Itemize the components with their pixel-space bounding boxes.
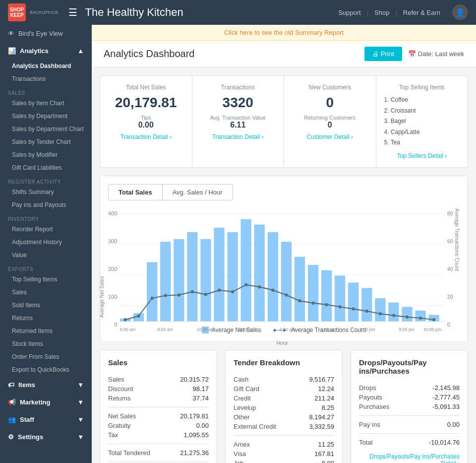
sidebar-item-reorder[interactable]: Reorder Report (0, 223, 92, 236)
customer-detail-link[interactable]: Customer Detail › (292, 133, 368, 140)
svg-rect-15 (254, 224, 265, 321)
sidebar-settings-header[interactable]: ⚙ Settings ▼ (0, 428, 92, 446)
drops-row-purchases: Purchases -5,091.33 (359, 402, 460, 411)
svg-point-36 (218, 288, 221, 292)
svg-point-29 (124, 318, 127, 322)
tender-row-external: External Credit 3,332.59 (234, 422, 334, 431)
svg-point-37 (232, 290, 235, 294)
svg-rect-17 (281, 242, 292, 321)
sales-card: Sales Sales 20,315.72 Discount 98.17 Ret… (100, 350, 217, 463)
drops-card: Drops/Payouts/Pay ins/Purchases Drops -2… (351, 350, 468, 463)
logo-text: BACKOFFICE (30, 10, 59, 15)
sidebar-analytics-header[interactable]: 📊 Analytics ▲ (0, 42, 92, 60)
svg-rect-7 (147, 262, 157, 321)
chart-area: 400 300 200 100 0 (108, 208, 460, 337)
top-sellers-label: Top Selling Items (384, 84, 460, 91)
sidebar-item-quickbooks[interactable]: Export to QuickBooks (0, 363, 92, 376)
net-sales-value: 20,179.81 (108, 95, 184, 111)
sidebar-item-sales-by-dept-chart[interactable]: Sales by Department Chart (0, 123, 92, 135)
sidebar-category-sales: Sales (0, 87, 92, 97)
sidebar-staff-header[interactable]: 👥 Staff ▼ (0, 411, 92, 428)
sidebar-item-shifts[interactable]: Shifts Summary (0, 186, 92, 198)
tab-total-sales[interactable]: Total Sales (108, 184, 163, 200)
summary-cards: Total Net Sales 20,179.81 Tips 0.00 Tran… (100, 75, 468, 168)
svg-rect-12 (214, 228, 225, 322)
svg-point-42 (298, 299, 301, 303)
support-link[interactable]: Support (338, 9, 361, 16)
svg-text:12:00 pm: 12:00 pm (238, 327, 256, 332)
chevron-down-icon: ▼ (77, 381, 84, 389)
sidebar-item-sales-export[interactable]: Sales (0, 286, 92, 299)
shop-link[interactable]: Shop (374, 9, 389, 16)
transactions-label: Transactions (200, 84, 276, 91)
old-report-banner[interactable]: Click here to see the old Summary Report (92, 25, 476, 41)
sales-row-tax: Tax 1,095.55 (108, 430, 209, 440)
sidebar-item-sales-by-modifier[interactable]: Sales by Modifier (0, 148, 92, 161)
sidebar-item-bird-eye[interactable]: 👁 Bird's Eye View (0, 25, 92, 42)
user-menu[interactable]: 👤 (452, 4, 468, 20)
svg-point-40 (272, 288, 275, 292)
sidebar-item-adjustment[interactable]: Adjustment History (0, 236, 92, 249)
sales-row-discount: Discount 98.17 (108, 384, 209, 394)
avg-label: Avg. Transaction Value (200, 115, 276, 121)
main-content: Click here to see the old Summary Report… (92, 25, 476, 463)
sidebar-item-analytics-dashboard[interactable]: Analytics Dashboard (0, 60, 92, 72)
sidebar-item-sales-by-dept[interactable]: Sales by Department (0, 110, 92, 123)
svg-point-33 (178, 293, 180, 297)
top-sellers-detail-link[interactable]: Top Sellers Detail › (384, 152, 460, 159)
sidebar-item-returns[interactable]: Returns (0, 312, 92, 325)
print-button[interactable]: 🖨 Print (364, 47, 402, 61)
svg-rect-13 (228, 232, 238, 322)
chart-icon: 📊 (8, 47, 16, 55)
hamburger-icon[interactable]: ☰ (68, 6, 77, 18)
sidebar-item-sales-by-tender[interactable]: Sales by Tender Chart (0, 135, 92, 148)
tab-avg-sales[interactable]: Avg. Sales / Hour (163, 184, 233, 200)
sidebar-item-returned-items[interactable]: Returned Items (0, 325, 92, 337)
net-sales-label: Total Net Sales (108, 84, 184, 91)
top-seller-2: 2. Croissant (384, 106, 460, 117)
sidebar-items-header[interactable]: 🏷 Items ▼ (0, 376, 92, 394)
svg-point-49 (392, 314, 395, 317)
sidebar-marketing-header[interactable]: 📢 Marketing ▼ (0, 394, 92, 411)
tender-row-credit: Credit 211.24 (234, 394, 334, 403)
drops-detail-link[interactable]: Drops/Payouts/Pay ins/Purchases Detail › (359, 453, 460, 463)
sidebar-item-top-selling[interactable]: Top Selling Items (0, 273, 92, 286)
svg-rect-22 (348, 282, 358, 321)
returning-value: 0 (292, 121, 368, 130)
svg-text:8:00 pm: 8:00 pm (399, 327, 415, 332)
sidebar-item-sold-items[interactable]: Sold Items (0, 299, 92, 312)
header-actions: 🖨 Print 📅 Date: Last week (364, 47, 464, 61)
svg-rect-23 (362, 288, 372, 321)
sidebar-item-value[interactable]: Value (0, 249, 92, 262)
sidebar-item-sales-by-item[interactable]: Sales by Item Chart (0, 97, 92, 110)
logo: SHOPKEEP BACKOFFICE (8, 3, 59, 21)
svg-point-31 (151, 297, 154, 300)
svg-point-52 (433, 318, 436, 322)
svg-rect-19 (308, 265, 318, 322)
page-store-name: The Healthy Kitchen (85, 6, 339, 19)
top-navbar: SHOPKEEP BACKOFFICE ☰ The Healthy Kitche… (0, 0, 476, 25)
transaction-detail-link2[interactable]: Transaction Detail › (200, 133, 276, 140)
tips-value: 0.00 (108, 121, 184, 130)
transaction-detail-link1[interactable]: Transaction Detail › (108, 133, 184, 140)
tender-card: Tender Breakdown Cash 9,516.77 Gift Card… (225, 350, 343, 463)
top-seller-5: 5. Tea (384, 137, 460, 148)
sidebar-item-payins[interactable]: Pay ins and Payouts (0, 198, 92, 211)
svg-point-30 (137, 314, 140, 318)
refer-link[interactable]: Refer & Earn (403, 9, 440, 16)
chart-svg-container: 6:00 am 8:00 am 10:00 am 12:00 pm 2:00 p… (119, 208, 445, 337)
sidebar-item-transactions[interactable]: Transactions (0, 72, 92, 85)
sales-card-title: Sales (108, 358, 209, 367)
svg-point-38 (245, 283, 248, 287)
sales-row-returns: Returns 37.74 (108, 394, 209, 403)
svg-point-35 (204, 293, 207, 296)
sidebar-item-gift-card[interactable]: Gift Card Liabilities (0, 161, 92, 174)
svg-point-46 (352, 307, 355, 311)
chart-svg: 6:00 am 8:00 am 10:00 am 12:00 pm 2:00 p… (119, 208, 445, 337)
date-filter[interactable]: 📅 Date: Last week (408, 50, 464, 58)
sidebar-item-stock[interactable]: Stock Items (0, 337, 92, 350)
sidebar-item-order-from-sales[interactable]: Order From Sales (0, 350, 92, 363)
drops-card-title: Drops/Payouts/Pay ins/Purchases (359, 358, 460, 375)
new-customers-label: New Customers (292, 84, 368, 91)
staff-icon: 👥 (8, 416, 16, 423)
